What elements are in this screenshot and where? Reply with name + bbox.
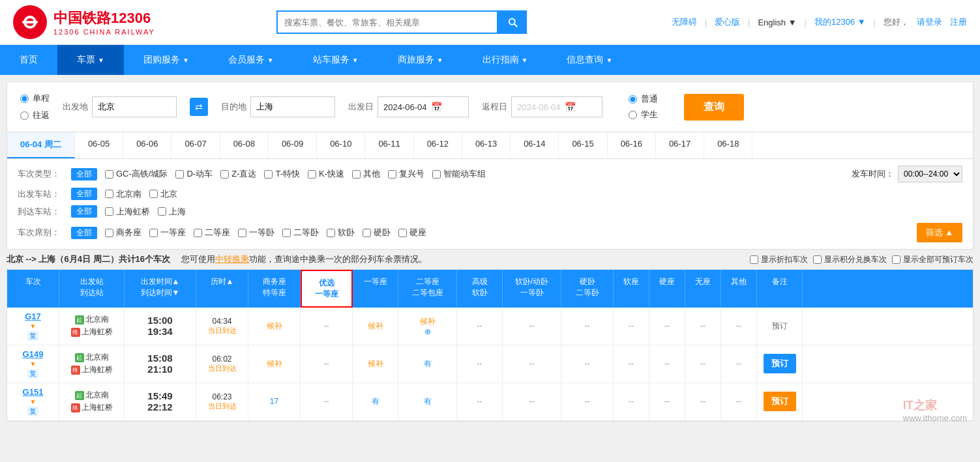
td-first-g17[interactable]: 候补 <box>353 308 398 345</box>
td-second-g149[interactable]: 有 <box>398 345 457 383</box>
login-prompt: 您好， <box>883 16 909 28</box>
care-link[interactable]: 爱心版 <box>715 16 740 28</box>
single-trip-radio[interactable]: 单程 <box>20 93 50 104</box>
filter-bjnan[interactable]: 北京南 <box>105 188 141 200</box>
student-ticket-input[interactable] <box>629 111 637 119</box>
filter-sh[interactable]: 上海 <box>158 206 186 218</box>
date-tab-0612[interactable]: 06-12 <box>414 132 462 158</box>
date-tab-0617[interactable]: 06-17 <box>656 132 704 158</box>
filter-hard-sleeper[interactable]: 硬卧 <box>363 227 391 238</box>
filter-shhongqiao[interactable]: 上海虹桥 <box>105 206 150 218</box>
filter-z[interactable]: Z-直达 <box>220 168 256 180</box>
language-english[interactable]: English ▼ <box>758 18 796 27</box>
date-tab-0609[interactable]: 06-09 <box>269 132 317 158</box>
transfer-link[interactable]: 中转换乘 <box>215 254 249 264</box>
login-link[interactable]: 请登录 <box>917 16 942 28</box>
train-no-g149[interactable]: G149 <box>23 349 44 359</box>
nav-business[interactable]: 商旅服务 ▼ <box>378 45 463 75</box>
nav-station[interactable]: 站车服务 ▼ <box>293 45 378 75</box>
arrive-time-g149: 21:10 <box>147 364 172 375</box>
filter-first[interactable]: 一等座 <box>149 227 186 238</box>
date-tab-0607[interactable]: 06-07 <box>171 132 220 158</box>
depart-date-display[interactable]: 2024-06-04 📅 <box>378 96 469 117</box>
round-trip-radio[interactable]: 往返 <box>20 109 50 121</box>
date-tab-0618[interactable]: 06-18 <box>704 132 752 158</box>
date-tab-0615[interactable]: 06-15 <box>559 132 607 158</box>
th-train[interactable]: 车次 <box>7 270 59 308</box>
td-first-g149[interactable]: 候补 <box>353 345 398 383</box>
register-link[interactable]: 注册 <box>950 16 967 28</box>
td-business-g17[interactable]: 候补 <box>248 308 301 345</box>
date-tab-0611[interactable]: 06-11 <box>365 132 413 158</box>
filter-hard-seat[interactable]: 硬座 <box>398 227 426 238</box>
td-remark-g151[interactable]: 预订 <box>757 383 803 420</box>
seat-all-tag[interactable]: 全部 <box>71 227 97 239</box>
depart-station-all-tag[interactable]: 全部 <box>71 188 97 200</box>
student-ticket-radio[interactable]: 学生 <box>629 109 658 121</box>
filter-second-sleeper[interactable]: 二等卧 <box>282 227 319 238</box>
date-tab-0610[interactable]: 06-10 <box>317 132 365 158</box>
date-tab-0604[interactable]: 06-04 周二 <box>7 132 75 158</box>
filter-fuxing[interactable]: 复兴号 <box>388 168 424 180</box>
filter-soft-sleeper[interactable]: 软卧 <box>327 227 355 238</box>
date-tab-0616[interactable]: 06-16 <box>608 132 656 158</box>
nav-guide[interactable]: 出行指南 ▼ <box>463 45 548 75</box>
filter-t[interactable]: T-特快 <box>264 168 300 180</box>
date-tab-0606[interactable]: 06-06 <box>123 132 171 158</box>
my12306-link[interactable]: 我的12306 ▼ <box>814 16 866 28</box>
date-tab-0614[interactable]: 06-14 <box>511 132 559 158</box>
header-search-input[interactable] <box>276 10 498 34</box>
filter-gc[interactable]: GC-高铁/城际 <box>105 168 168 180</box>
query-button[interactable]: 查询 <box>684 94 744 121</box>
date-tab-0613[interactable]: 06-13 <box>462 132 511 158</box>
single-trip-input[interactable] <box>20 94 29 103</box>
td-business-g149[interactable]: 候补 <box>248 345 301 383</box>
normal-ticket-radio[interactable]: 普通 <box>629 93 658 105</box>
all-bookable-option[interactable]: 显示全部可预订车次 <box>892 254 973 265</box>
nav-group[interactable]: 团购服务 ▼ <box>124 45 209 75</box>
swap-button[interactable]: ⇄ <box>190 98 208 116</box>
train-type-all-tag[interactable]: 全部 <box>71 168 97 180</box>
accessibility-link[interactable]: 无障碍 <box>672 16 697 28</box>
filter-smart[interactable]: 智能动车组 <box>432 168 486 180</box>
filter-second[interactable]: 二等座 <box>194 227 230 238</box>
second-plus-g17[interactable]: ⊕ <box>424 327 431 336</box>
train-no-g17[interactable]: G17 <box>25 311 41 321</box>
book-button-g151[interactable]: 预订 <box>764 392 796 411</box>
round-trip-input[interactable] <box>20 111 29 120</box>
normal-ticket-input[interactable] <box>629 95 637 104</box>
discount-option[interactable]: 显示折扣车次 <box>750 254 808 265</box>
nav-ticket[interactable]: 车票 ▼ <box>57 45 124 75</box>
date-tab-0605[interactable]: 06-05 <box>75 132 123 158</box>
header-search-button[interactable] <box>498 10 527 34</box>
td-first-g151[interactable]: 有 <box>353 383 398 420</box>
nav-home[interactable]: 首页 <box>0 45 57 75</box>
nav-member[interactable]: 会员服务 ▼ <box>209 45 293 75</box>
filter-first-sleeper[interactable]: 一等卧 <box>238 227 275 238</box>
nav-info[interactable]: 信息查询 ▼ <box>547 45 632 75</box>
td-hardsleeper-g149: -- <box>561 345 614 383</box>
train-no-g151[interactable]: G151 <box>23 387 44 397</box>
filter-bj[interactable]: 北京 <box>149 188 177 200</box>
filter-apply-button[interactable]: 筛选 ▲ <box>917 223 962 242</box>
th-duration[interactable]: 历时▲ <box>196 270 248 308</box>
arrive-station-all-tag[interactable]: 全部 <box>71 205 97 218</box>
td-remark-g149[interactable]: 预订 <box>757 345 803 383</box>
td-second-g17[interactable]: 候补 ⊕ <box>398 308 457 345</box>
td-duration-g149: 06:02 当日到达 <box>196 345 248 383</box>
points-option[interactable]: 显示积分兑换车次 <box>813 254 887 265</box>
filter-k[interactable]: K-快速 <box>308 168 344 180</box>
return-date-display[interactable]: 2024-06-04 📅 <box>511 96 602 117</box>
arrive-icon-g149: 终 <box>71 366 80 375</box>
filter-other[interactable]: 其他 <box>352 168 380 180</box>
to-input[interactable] <box>250 96 335 117</box>
date-tab-0608[interactable]: 06-08 <box>220 132 269 158</box>
filter-business[interactable]: 商务座 <box>105 227 141 238</box>
from-input[interactable] <box>92 96 177 117</box>
td-business-g151[interactable]: 17 <box>248 383 301 420</box>
book-button-g149[interactable]: 预订 <box>764 354 796 373</box>
th-time[interactable]: 出发时间▲到达时间▼ <box>125 270 196 308</box>
filter-d[interactable]: D-动车 <box>175 168 213 180</box>
time-select[interactable]: 00:00--24:00 <box>898 166 962 182</box>
td-second-g151[interactable]: 有 <box>398 383 457 420</box>
